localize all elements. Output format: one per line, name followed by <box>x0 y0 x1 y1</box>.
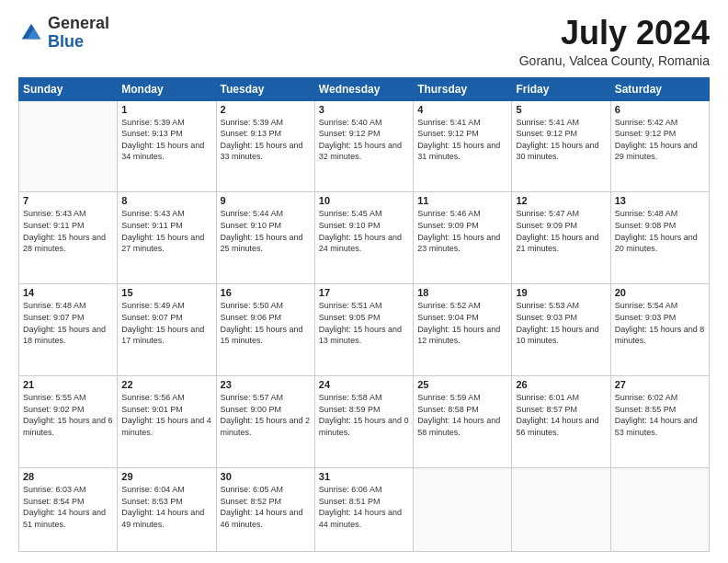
month-title: July 2024 <box>519 15 710 52</box>
calendar-cell <box>610 468 709 552</box>
calendar-day-header: Thursday <box>414 77 512 100</box>
cell-info: Sunrise: 5:57 AMSunset: 9:00 PMDaylight:… <box>221 392 311 438</box>
cell-info: Sunrise: 6:05 AMSunset: 8:52 PMDaylight:… <box>221 484 311 530</box>
logo-blue: Blue <box>48 32 84 51</box>
cell-date: 28 <box>23 471 113 482</box>
cell-date: 29 <box>121 471 211 482</box>
cell-date: 30 <box>221 471 311 482</box>
calendar-day-header: Sunday <box>19 77 118 100</box>
calendar-day-header: Friday <box>512 77 610 100</box>
cell-date: 10 <box>319 195 409 206</box>
cell-date: 7 <box>23 195 113 206</box>
calendar-table: SundayMondayTuesdayWednesdayThursdayFrid… <box>18 77 710 552</box>
cell-date: 19 <box>516 287 606 298</box>
calendar-day-header: Wednesday <box>314 77 413 100</box>
calendar-cell: 4Sunrise: 5:41 AMSunset: 9:12 PMDaylight… <box>414 100 512 192</box>
calendar-week-row: 21Sunrise: 5:55 AMSunset: 9:02 PMDayligh… <box>19 376 710 468</box>
cell-info: Sunrise: 5:44 AMSunset: 9:10 PMDaylight:… <box>221 208 311 254</box>
cell-info: Sunrise: 5:45 AMSunset: 9:10 PMDaylight:… <box>319 208 409 254</box>
calendar-cell <box>512 468 610 552</box>
cell-date: 1 <box>121 104 211 115</box>
cell-date: 26 <box>516 379 606 390</box>
logo: General Blue <box>18 15 109 52</box>
cell-date: 31 <box>319 471 409 482</box>
calendar-cell: 21Sunrise: 5:55 AMSunset: 9:02 PMDayligh… <box>19 376 118 468</box>
cell-date: 2 <box>221 104 311 115</box>
cell-info: Sunrise: 5:39 AMSunset: 9:13 PMDaylight:… <box>121 117 211 163</box>
calendar-cell: 14Sunrise: 5:48 AMSunset: 9:07 PMDayligh… <box>19 284 118 376</box>
cell-date: 25 <box>417 379 507 390</box>
calendar-cell: 5Sunrise: 5:41 AMSunset: 9:12 PMDaylight… <box>512 100 610 192</box>
calendar-cell: 30Sunrise: 6:05 AMSunset: 8:52 PMDayligh… <box>216 468 314 552</box>
cell-info: Sunrise: 5:58 AMSunset: 8:59 PMDaylight:… <box>319 392 409 438</box>
cell-date: 20 <box>615 287 705 298</box>
cell-date: 12 <box>516 195 606 206</box>
cell-info: Sunrise: 5:55 AMSunset: 9:02 PMDaylight:… <box>23 392 113 438</box>
cell-date: 18 <box>417 287 507 298</box>
cell-info: Sunrise: 5:52 AMSunset: 9:04 PMDaylight:… <box>417 300 507 346</box>
calendar-cell: 6Sunrise: 5:42 AMSunset: 9:12 PMDaylight… <box>610 100 709 192</box>
calendar-cell: 2Sunrise: 5:39 AMSunset: 9:13 PMDaylight… <box>216 100 314 192</box>
cell-date: 3 <box>319 104 409 115</box>
page: General Blue July 2024 Goranu, Valcea Co… <box>0 0 728 563</box>
calendar-cell: 15Sunrise: 5:49 AMSunset: 9:07 PMDayligh… <box>118 284 216 376</box>
calendar-day-header: Saturday <box>610 77 709 100</box>
cell-date: 14 <box>23 287 113 298</box>
calendar-week-row: 7Sunrise: 5:43 AMSunset: 9:11 PMDaylight… <box>19 192 710 284</box>
calendar-week-row: 28Sunrise: 6:03 AMSunset: 8:54 PMDayligh… <box>19 468 710 552</box>
cell-date: 16 <box>221 287 311 298</box>
calendar-cell: 3Sunrise: 5:40 AMSunset: 9:12 PMDaylight… <box>314 100 413 192</box>
cell-info: Sunrise: 5:51 AMSunset: 9:05 PMDaylight:… <box>319 300 409 346</box>
calendar-cell: 18Sunrise: 5:52 AMSunset: 9:04 PMDayligh… <box>414 284 512 376</box>
calendar-cell: 23Sunrise: 5:57 AMSunset: 9:00 PMDayligh… <box>216 376 314 468</box>
calendar-cell: 10Sunrise: 5:45 AMSunset: 9:10 PMDayligh… <box>314 192 413 284</box>
cell-info: Sunrise: 5:39 AMSunset: 9:13 PMDaylight:… <box>221 117 311 163</box>
cell-date: 8 <box>121 195 211 206</box>
cell-info: Sunrise: 5:54 AMSunset: 9:03 PMDaylight:… <box>615 300 705 346</box>
cell-date: 23 <box>221 379 311 390</box>
calendar-cell: 28Sunrise: 6:03 AMSunset: 8:54 PMDayligh… <box>19 468 118 552</box>
title-block: July 2024 Goranu, Valcea County, Romania <box>519 15 710 68</box>
calendar-cell: 29Sunrise: 6:04 AMSunset: 8:53 PMDayligh… <box>118 468 216 552</box>
calendar-cell: 22Sunrise: 5:56 AMSunset: 9:01 PMDayligh… <box>118 376 216 468</box>
logo-text: General Blue <box>48 15 109 52</box>
cell-info: Sunrise: 5:43 AMSunset: 9:11 PMDaylight:… <box>121 208 211 254</box>
cell-info: Sunrise: 5:48 AMSunset: 9:07 PMDaylight:… <box>23 300 113 346</box>
cell-info: Sunrise: 6:02 AMSunset: 8:55 PMDaylight:… <box>615 392 705 438</box>
cell-date: 17 <box>319 287 409 298</box>
cell-info: Sunrise: 5:41 AMSunset: 9:12 PMDaylight:… <box>417 117 507 163</box>
calendar-cell <box>19 100 118 192</box>
cell-info: Sunrise: 5:48 AMSunset: 9:08 PMDaylight:… <box>615 208 705 254</box>
cell-info: Sunrise: 5:43 AMSunset: 9:11 PMDaylight:… <box>23 208 113 254</box>
header: General Blue July 2024 Goranu, Valcea Co… <box>18 15 710 68</box>
cell-date: 22 <box>121 379 211 390</box>
logo-icon <box>18 20 44 46</box>
calendar-cell: 7Sunrise: 5:43 AMSunset: 9:11 PMDaylight… <box>19 192 118 284</box>
cell-date: 11 <box>417 195 507 206</box>
cell-date: 21 <box>23 379 113 390</box>
calendar-cell: 1Sunrise: 5:39 AMSunset: 9:13 PMDaylight… <box>118 100 216 192</box>
calendar-week-row: 14Sunrise: 5:48 AMSunset: 9:07 PMDayligh… <box>19 284 710 376</box>
calendar-cell <box>414 468 512 552</box>
calendar-cell: 24Sunrise: 5:58 AMSunset: 8:59 PMDayligh… <box>314 376 413 468</box>
calendar-cell: 8Sunrise: 5:43 AMSunset: 9:11 PMDaylight… <box>118 192 216 284</box>
cell-date: 6 <box>615 104 705 115</box>
calendar-cell: 31Sunrise: 6:06 AMSunset: 8:51 PMDayligh… <box>314 468 413 552</box>
calendar-cell: 20Sunrise: 5:54 AMSunset: 9:03 PMDayligh… <box>610 284 709 376</box>
calendar-cell: 25Sunrise: 5:59 AMSunset: 8:58 PMDayligh… <box>414 376 512 468</box>
calendar-cell: 12Sunrise: 5:47 AMSunset: 9:09 PMDayligh… <box>512 192 610 284</box>
cell-info: Sunrise: 5:46 AMSunset: 9:09 PMDaylight:… <box>417 208 507 254</box>
cell-info: Sunrise: 5:59 AMSunset: 8:58 PMDaylight:… <box>417 392 507 438</box>
calendar-cell: 26Sunrise: 6:01 AMSunset: 8:57 PMDayligh… <box>512 376 610 468</box>
location: Goranu, Valcea County, Romania <box>519 53 710 68</box>
cell-info: Sunrise: 5:50 AMSunset: 9:06 PMDaylight:… <box>221 300 311 346</box>
calendar-cell: 16Sunrise: 5:50 AMSunset: 9:06 PMDayligh… <box>216 284 314 376</box>
cell-date: 13 <box>615 195 705 206</box>
cell-info: Sunrise: 5:49 AMSunset: 9:07 PMDaylight:… <box>121 300 211 346</box>
cell-info: Sunrise: 5:47 AMSunset: 9:09 PMDaylight:… <box>516 208 606 254</box>
cell-info: Sunrise: 6:01 AMSunset: 8:57 PMDaylight:… <box>516 392 606 438</box>
calendar-cell: 17Sunrise: 5:51 AMSunset: 9:05 PMDayligh… <box>314 284 413 376</box>
calendar-cell: 9Sunrise: 5:44 AMSunset: 9:10 PMDaylight… <box>216 192 314 284</box>
cell-info: Sunrise: 5:53 AMSunset: 9:03 PMDaylight:… <box>516 300 606 346</box>
cell-date: 9 <box>221 195 311 206</box>
